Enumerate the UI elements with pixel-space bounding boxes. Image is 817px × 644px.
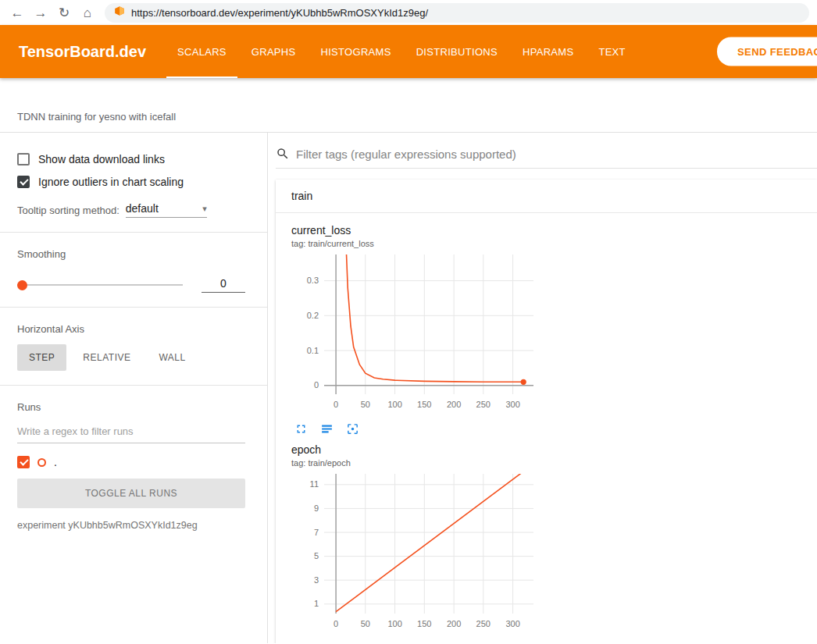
chart-toolbar xyxy=(284,642,550,643)
svg-text:0: 0 xyxy=(314,380,319,390)
tab-scalars[interactable]: SCALARS xyxy=(166,25,237,78)
runs-label: Runs xyxy=(17,401,245,413)
svg-text:3: 3 xyxy=(314,575,319,585)
svg-text:0: 0 xyxy=(334,619,338,628)
svg-text:150: 150 xyxy=(417,619,431,628)
dropdown-value: default xyxy=(126,202,159,215)
runs-filter-placeholder: Write a regex to filter runs xyxy=(17,425,134,437)
tooltip-sorting-dropdown[interactable]: default ▾ xyxy=(126,202,207,218)
fit-domain-icon[interactable] xyxy=(346,642,359,643)
divider xyxy=(0,307,267,308)
svg-text:250: 250 xyxy=(476,619,491,628)
tab-hparams[interactable]: HPARAMS xyxy=(512,25,584,78)
chart-tag: tag: train/current_loss xyxy=(284,239,550,248)
chart-title: current_loss xyxy=(284,224,550,237)
brand-title[interactable]: TensorBoard.dev xyxy=(0,43,166,61)
experiment-title-bar: TDNN training for yesno with icefall xyxy=(0,78,817,133)
back-icon[interactable]: ← xyxy=(8,6,27,20)
forward-icon[interactable]: → xyxy=(31,6,50,20)
svg-text:300: 300 xyxy=(505,619,519,628)
chart-title: epoch xyxy=(284,443,550,456)
smoothing-slider-row: 0 xyxy=(17,277,245,293)
divider xyxy=(0,232,267,233)
step-button[interactable]: STEP xyxy=(17,344,66,371)
url-text: https://tensorboard.dev/experiment/yKUbh… xyxy=(131,7,428,19)
run-row[interactable]: . xyxy=(17,456,245,468)
checkbox-icon xyxy=(17,153,30,165)
tooltip-sorting-row: Tooltip sorting method: default ▾ xyxy=(17,202,245,218)
checkbox-label: Show data download links xyxy=(38,153,165,165)
settings-sidebar: Show data download links Ignore outliers… xyxy=(0,133,268,643)
tab-histograms[interactable]: HISTOGRAMS xyxy=(310,25,402,78)
svg-text:11: 11 xyxy=(310,479,319,489)
tag-filter[interactable]: Filter tags (regular expressions support… xyxy=(276,133,817,169)
send-feedback-button[interactable]: SEND FEEDBACK xyxy=(717,37,817,66)
run-color-circle xyxy=(37,458,46,467)
svg-text:50: 50 xyxy=(361,400,370,409)
chart-toolbar xyxy=(284,422,550,436)
search-icon xyxy=(276,147,290,161)
fit-domain-icon[interactable] xyxy=(346,422,359,436)
reload-icon[interactable]: ↻ xyxy=(55,6,73,20)
run-checkbox[interactable] xyxy=(17,456,30,468)
svg-text:150: 150 xyxy=(417,400,431,409)
runs-table-icon[interactable] xyxy=(320,642,334,643)
run-name: . xyxy=(54,456,57,468)
toggle-all-runs-button[interactable]: TOGGLE ALL RUNS xyxy=(17,479,245,508)
main-panel: Filter tags (regular expressions support… xyxy=(268,133,817,643)
smoothing-label: Smoothing xyxy=(17,248,245,260)
chevron-down-icon: ▾ xyxy=(202,204,207,214)
tag-filter-placeholder: Filter tags (regular expressions support… xyxy=(296,148,516,161)
scalar-chart: current_loss tag: train/current_loss 00.… xyxy=(284,224,550,436)
svg-text:1: 1 xyxy=(314,599,319,608)
tab-text[interactable]: TEXT xyxy=(587,25,636,78)
smoothing-value-input[interactable]: 0 xyxy=(202,277,245,293)
svg-text:0.2: 0.2 xyxy=(307,311,319,320)
tab-graphs[interactable]: GRAPHS xyxy=(241,25,307,78)
expand-chart-icon[interactable] xyxy=(294,642,308,643)
tooltip-sorting-label: Tooltip sorting method: xyxy=(17,205,120,216)
tab-distributions[interactable]: DISTRIBUTIONS xyxy=(405,25,508,78)
ignore-outliers-checkbox[interactable]: Ignore outliers in chart scaling xyxy=(17,176,245,188)
train-card: train current_loss tag: train/current_lo… xyxy=(276,180,817,643)
wall-button[interactable]: WALL xyxy=(147,344,197,371)
horizontal-axis-label: Horizontal Axis xyxy=(17,323,245,335)
chart-plot[interactable]: 00.10.20.3050100150200250300 xyxy=(284,250,550,421)
checkbox-icon xyxy=(17,176,30,188)
divider xyxy=(0,385,267,386)
section-title[interactable]: train xyxy=(276,180,817,213)
chart-tag: tag: train/epoch xyxy=(284,458,550,468)
checkbox-label: Ignore outliers in chart scaling xyxy=(38,176,184,188)
tensorboard-favicon-icon xyxy=(114,5,125,20)
svg-text:300: 300 xyxy=(505,400,519,409)
svg-text:7: 7 xyxy=(314,528,319,537)
browser-toolbar: ← → ↻ ⌂ https://tensorboard.dev/experime… xyxy=(0,0,817,25)
svg-text:100: 100 xyxy=(387,619,401,628)
expand-chart-icon[interactable] xyxy=(294,422,308,436)
show-download-links-checkbox[interactable]: Show data download links xyxy=(17,153,245,165)
home-icon[interactable]: ⌂ xyxy=(78,6,97,20)
svg-text:200: 200 xyxy=(447,619,461,628)
svg-text:0.3: 0.3 xyxy=(307,276,319,285)
address-bar[interactable]: https://tensorboard.dev/experiment/yKUbh… xyxy=(105,3,809,23)
runs-table-icon[interactable] xyxy=(320,422,334,436)
experiment-title: TDNN training for yesno with icefall xyxy=(17,111,176,123)
scalar-chart: epoch tag: train/epoch 13579110501001502… xyxy=(284,443,550,643)
svg-text:200: 200 xyxy=(447,400,461,409)
experiment-id-caption: experiment yKUbhb5wRmOSXYkId1z9eg xyxy=(17,520,245,531)
app-header: TensorBoard.dev SCALARS GRAPHS HISTOGRAM… xyxy=(0,25,817,78)
charts-grid: current_loss tag: train/current_loss 00.… xyxy=(276,213,817,643)
slider-thumb[interactable] xyxy=(17,280,27,290)
svg-text:5: 5 xyxy=(314,551,319,560)
svg-text:100: 100 xyxy=(387,400,401,409)
smoothing-slider[interactable] xyxy=(17,284,183,286)
svg-text:9: 9 xyxy=(314,503,319,513)
chart-plot[interactable]: 1357911050100150200250300 xyxy=(284,469,550,640)
runs-filter-input[interactable]: Write a regex to filter runs xyxy=(17,425,245,443)
svg-text:50: 50 xyxy=(361,619,370,628)
svg-text:0.1: 0.1 xyxy=(307,346,319,355)
svg-text:250: 250 xyxy=(476,400,491,409)
horizontal-axis-buttons: STEP RELATIVE WALL xyxy=(17,344,245,371)
relative-button[interactable]: RELATIVE xyxy=(71,344,142,371)
svg-text:0: 0 xyxy=(334,400,338,409)
